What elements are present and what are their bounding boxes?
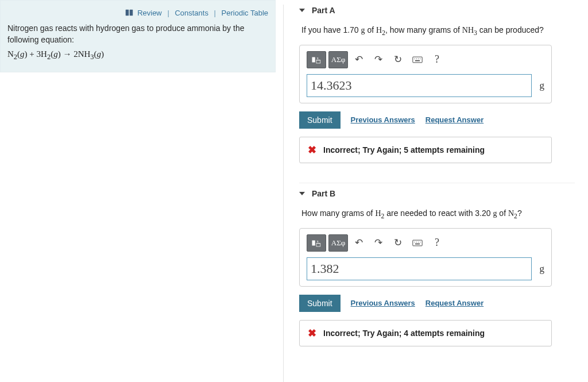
svg-rect-0 [312, 57, 315, 62]
math-template-button[interactable]: x [307, 51, 326, 68]
part-label: Part A [312, 6, 335, 15]
part-label: Part B [312, 189, 335, 198]
svg-text:x: x [317, 56, 319, 60]
top-links: Review | Constants | Periodic Table [7, 9, 268, 18]
greek-button[interactable]: ΑΣφ [328, 234, 348, 252]
periodic-link[interactable]: Periodic Table [222, 9, 268, 17]
svg-point-17 [418, 241, 419, 242]
undo-button[interactable]: ↶ [350, 234, 368, 252]
book-icon [125, 9, 133, 18]
input-row: g [307, 257, 544, 280]
redo-button[interactable]: ↷ [370, 51, 387, 68]
request-answer-link[interactable]: Request Answer [425, 299, 483, 307]
feedback-box: ✖ Incorrect; Try Again; 4 attempts remai… [299, 320, 552, 346]
submit-row: Submit Previous Answers Request Answer [299, 111, 575, 129]
caret-down-icon [299, 9, 305, 12]
vertical-divider [283, 5, 284, 382]
equation: N2(g) + 3H2(g) → 2NH3(g) [7, 49, 268, 61]
submit-button[interactable]: Submit [299, 295, 341, 312]
part-b: Part B How many grams of H2 are needed t… [299, 183, 575, 346]
submit-row: Submit Previous Answers Request Answer [299, 295, 575, 312]
question-text: How many grams of H2 are needed to react… [301, 209, 575, 220]
svg-rect-10 [312, 240, 315, 245]
caret-down-icon [299, 192, 305, 195]
incorrect-icon: ✖ [308, 144, 316, 156]
svg-point-16 [416, 241, 417, 242]
answer-box: x ΑΣφ ↶ ↷ ↻ ? g [299, 45, 552, 103]
constants-link[interactable]: Constants [175, 9, 208, 17]
redo-button[interactable]: ↷ [370, 234, 387, 252]
unit-label: g [540, 80, 545, 91]
svg-point-18 [420, 241, 420, 242]
previous-answers-link[interactable]: Previous Answers [351, 299, 415, 307]
problem-box: Review | Constants | Periodic Table Nitr… [0, 0, 276, 72]
part-header[interactable]: Part B [299, 183, 575, 198]
feedback-text: Incorrect; Try Again; 5 attempts remaini… [323, 145, 485, 155]
svg-rect-9 [415, 60, 420, 61]
right-panel: Part A If you have 1.70 g of H2, how man… [299, 0, 588, 382]
incorrect-icon: ✖ [308, 327, 316, 339]
svg-text:x: x [317, 240, 319, 243]
toolbar: x ΑΣφ ↶ ↷ ↻ ? [307, 51, 544, 68]
keyboard-button[interactable] [409, 51, 426, 68]
svg-rect-2 [316, 60, 320, 63]
part-header[interactable]: Part A [299, 5, 575, 15]
submit-button[interactable]: Submit [299, 111, 341, 129]
svg-rect-12 [316, 243, 320, 246]
previous-answers-link[interactable]: Previous Answers [351, 115, 415, 124]
help-button[interactable]: ? [428, 51, 446, 68]
review-link[interactable]: Review [137, 9, 162, 17]
help-button[interactable]: ? [428, 234, 446, 252]
keyboard-button[interactable] [409, 234, 426, 252]
question-text: If you have 1.70 g of H2, how many grams… [301, 25, 575, 37]
math-template-button[interactable]: x [307, 234, 326, 252]
answer-box: x ΑΣφ ↶ ↷ ↻ ? g [299, 228, 552, 287]
part-a: Part A If you have 1.70 g of H2, how man… [299, 5, 575, 163]
svg-rect-19 [415, 243, 420, 244]
request-answer-link[interactable]: Request Answer [425, 115, 483, 124]
svg-point-5 [414, 59, 415, 59]
left-panel: Review | Constants | Periodic Table Nitr… [0, 0, 276, 382]
answer-input[interactable] [307, 74, 532, 97]
answer-input[interactable] [307, 257, 532, 280]
svg-rect-14 [413, 240, 422, 246]
svg-rect-4 [413, 57, 422, 63]
feedback-box: ✖ Incorrect; Try Again; 5 attempts remai… [299, 137, 552, 163]
svg-point-7 [418, 59, 419, 59]
separator: | [214, 9, 216, 17]
unit-label: g [540, 263, 545, 275]
svg-point-8 [420, 59, 420, 59]
input-row: g [307, 74, 544, 97]
feedback-text: Incorrect; Try Again; 4 attempts remaini… [323, 329, 485, 338]
reset-button[interactable]: ↻ [389, 51, 407, 68]
toolbar: x ΑΣφ ↶ ↷ ↻ ? [307, 234, 544, 252]
svg-point-6 [416, 59, 417, 59]
greek-button[interactable]: ΑΣφ [328, 51, 348, 68]
separator: | [167, 9, 169, 17]
problem-text: Nitrogen gas reacts with hydrogen gas to… [7, 22, 268, 46]
undo-button[interactable]: ↶ [350, 51, 368, 68]
reset-button[interactable]: ↻ [389, 234, 407, 252]
svg-point-15 [414, 241, 415, 242]
